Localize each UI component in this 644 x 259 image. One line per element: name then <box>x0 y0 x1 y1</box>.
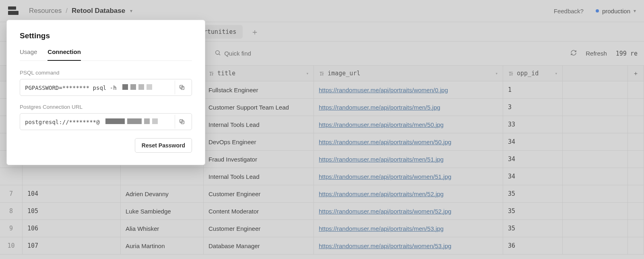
column-label: image_url <box>328 70 360 77</box>
cell-id[interactable]: 107 <box>23 237 121 255</box>
cell-title[interactable]: Content Moderator <box>204 203 314 220</box>
cell-end <box>628 185 644 203</box>
cell-image-url[interactable]: https://randomuser.me/api/portraits/wome… <box>314 203 503 220</box>
cell-title[interactable]: Fraud Investigator <box>204 151 314 168</box>
row-number <box>0 168 23 185</box>
cell-end <box>628 99 644 116</box>
column-header-image-url[interactable]: image_url ▾ <box>314 66 503 81</box>
cell-opp-id[interactable]: 36 <box>503 237 563 255</box>
cell-image-url[interactable]: https://randomuser.me/api/portraits/wome… <box>314 81 503 99</box>
cell-title[interactable]: DevOps Engineer <box>204 133 314 151</box>
cell-image-url[interactable]: https://randomuser.me/api/portraits/wome… <box>314 237 503 255</box>
image-url-link[interactable]: https://randomuser.me/api/portraits/wome… <box>319 242 451 249</box>
text-type-icon <box>319 70 324 76</box>
cell-opp-id[interactable]: 34 <box>503 168 563 185</box>
image-url-link[interactable]: https://randomuser.me/api/portraits/wome… <box>319 139 451 145</box>
cell-opp-id[interactable]: 33 <box>503 116 563 133</box>
cell-title[interactable]: Internal Tools Lead <box>204 168 314 185</box>
add-column-button[interactable]: ＋ <box>628 66 644 81</box>
connection-url-field[interactable]: postgresql://********@ <box>20 113 192 130</box>
cell-title[interactable]: Customer Support Team Lead <box>204 99 314 116</box>
column-header-opp-id[interactable]: opp_id ▾ <box>503 66 563 81</box>
cell-opp-id[interactable]: 34 <box>503 151 563 168</box>
copy-icon <box>179 84 185 91</box>
cell-id[interactable]: 106 <box>23 220 121 237</box>
cell-spacer <box>563 203 628 220</box>
cell-end <box>628 81 644 99</box>
refresh-button[interactable]: Refresh <box>586 50 607 57</box>
cell-name[interactable]: Alia Whisker <box>121 220 204 237</box>
cell-opp-id[interactable]: 3 <box>503 99 563 116</box>
cell-opp-id[interactable]: 35 <box>503 203 563 220</box>
feedback-link[interactable]: Feedback? <box>554 8 584 15</box>
breadcrumb-leaf[interactable]: Retool Database <box>72 7 125 15</box>
breadcrumb-root[interactable]: Resources <box>29 7 62 15</box>
chevron-down-icon[interactable]: ▾ <box>555 71 557 76</box>
cell-image-url[interactable]: https://randomuser.me/api/portraits/men/… <box>314 185 503 203</box>
modal-tabs: Usage Connection <box>20 48 192 61</box>
cell-id[interactable] <box>23 168 121 185</box>
cell-opp-id[interactable]: 35 <box>503 220 563 237</box>
cell-image-url[interactable]: https://randomuser.me/api/portraits/men/… <box>314 151 503 168</box>
search-icon[interactable] <box>215 50 221 57</box>
psql-command-field[interactable]: PGPASSWORD=******** psql -h <box>20 79 192 96</box>
image-url-link[interactable]: https://randomuser.me/api/portraits/men/… <box>319 156 444 163</box>
environment-selector[interactable]: production ▾ <box>596 8 636 15</box>
cell-title[interactable]: Internal Tools Lead <box>204 116 314 133</box>
cell-image-url[interactable]: https://randomuser.me/api/portraits/men/… <box>314 220 503 237</box>
refresh-icon[interactable] <box>570 50 577 57</box>
cell-name[interactable] <box>121 168 204 185</box>
cell-image-url[interactable]: https://randomuser.me/api/portraits/wome… <box>314 168 503 185</box>
image-url-link[interactable]: https://randomuser.me/api/portraits/wome… <box>319 208 451 215</box>
cell-spacer <box>563 151 628 168</box>
row-number: 10 <box>0 237 23 255</box>
cell-spacer <box>563 237 628 255</box>
cell-opp-id[interactable]: 35 <box>503 185 563 203</box>
cell-image-url[interactable]: https://randomuser.me/api/portraits/men/… <box>314 116 503 133</box>
chevron-down-icon[interactable]: ▾ <box>495 71 498 76</box>
image-url-link[interactable]: https://randomuser.me/api/portraits/men/… <box>319 191 444 197</box>
add-tab-button[interactable]: ＋ <box>251 28 259 36</box>
tab-usage[interactable]: Usage <box>20 48 37 60</box>
cell-id[interactable]: 104 <box>23 185 121 203</box>
column-header-title[interactable]: title ▾ <box>204 66 314 81</box>
column-label: opp_id <box>517 70 539 77</box>
cell-title[interactable]: Database Manager <box>204 237 314 255</box>
cell-opp-id[interactable]: 34 <box>503 133 563 151</box>
quick-find-input[interactable]: Quick find <box>224 50 251 57</box>
cell-image-url[interactable]: https://randomuser.me/api/portraits/men/… <box>314 99 503 116</box>
psql-command-value: PGPASSWORD=******** psql -h <box>25 84 172 91</box>
cell-name[interactable]: Luke Sambiedge <box>121 203 204 220</box>
reset-password-button[interactable]: Reset Password <box>135 138 192 153</box>
cell-name[interactable]: Adrien Devanny <box>121 185 204 203</box>
tab-connection[interactable]: Connection <box>47 48 81 61</box>
modal-title: Settings <box>20 31 192 40</box>
image-url-link[interactable]: https://randomuser.me/api/portraits/wome… <box>319 173 451 180</box>
connection-url-label: Postgres Connection URL <box>20 104 192 110</box>
cell-spacer <box>563 168 628 185</box>
cell-image-url[interactable]: https://randomuser.me/api/portraits/wome… <box>314 133 503 151</box>
image-url-link[interactable]: https://randomuser.me/api/portraits/men/… <box>319 225 444 232</box>
copy-button[interactable] <box>175 81 188 94</box>
top-bar: Resources / Retool Database ▾ Feedback? … <box>0 0 644 22</box>
cell-title[interactable]: Fullstack Engineer <box>204 81 314 99</box>
cell-title[interactable]: Customer Engineer <box>204 220 314 237</box>
redacted-text <box>122 84 152 90</box>
image-url-link[interactable]: https://randomuser.me/api/portraits/men/… <box>319 104 440 111</box>
retool-logo[interactable] <box>8 6 19 15</box>
cell-name[interactable]: Auria Martinon <box>121 237 204 255</box>
chevron-down-icon[interactable]: ▾ <box>130 8 132 14</box>
cell-spacer <box>563 81 628 99</box>
cell-end <box>628 220 644 237</box>
cell-id[interactable]: 105 <box>23 203 121 220</box>
copy-button[interactable] <box>175 115 188 128</box>
text-type-icon <box>508 70 514 76</box>
cell-opp-id[interactable]: 1 <box>503 81 563 99</box>
row-number: 8 <box>0 203 23 220</box>
image-url-link[interactable]: https://randomuser.me/api/portraits/men/… <box>319 121 444 128</box>
redacted-text <box>105 118 158 124</box>
cell-title[interactable]: Customer Engineer <box>204 185 314 203</box>
image-url-link[interactable]: https://randomuser.me/api/portraits/wome… <box>319 87 448 93</box>
connection-url-value: postgresql://********@ <box>25 118 172 125</box>
chevron-down-icon[interactable]: ▾ <box>306 71 309 76</box>
